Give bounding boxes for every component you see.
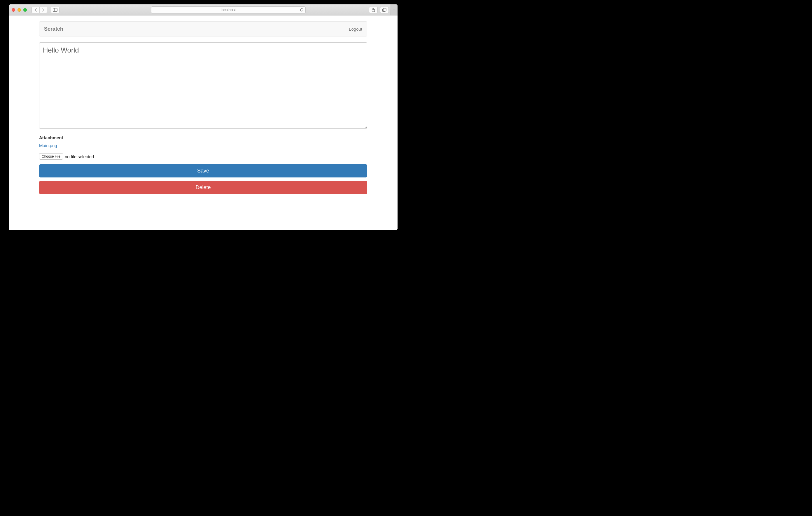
logout-link[interactable]: Logout bbox=[349, 27, 362, 31]
content-textarea[interactable] bbox=[39, 42, 367, 129]
page-viewport: Scratch Logout Attachment Main.png Choos… bbox=[9, 16, 398, 230]
navbar-brand[interactable]: Scratch bbox=[44, 26, 63, 32]
file-input-row: Choose File no file selected bbox=[39, 153, 367, 160]
delete-button[interactable]: Delete bbox=[39, 181, 367, 194]
tabs-button[interactable] bbox=[380, 7, 389, 13]
address-bar[interactable]: localhost bbox=[151, 6, 306, 13]
new-tab-button[interactable]: + bbox=[390, 4, 398, 16]
browser-titlebar: localhost + bbox=[9, 4, 398, 16]
sidebar-toggle-button[interactable] bbox=[51, 7, 59, 13]
nav-back-button[interactable] bbox=[32, 7, 39, 13]
svg-rect-0 bbox=[53, 8, 57, 11]
svg-rect-5 bbox=[383, 8, 386, 11]
app-navbar: Scratch Logout bbox=[39, 21, 367, 36]
nav-back-forward-group bbox=[31, 7, 47, 13]
reload-icon[interactable] bbox=[300, 8, 303, 12]
browser-window: localhost + Scratch Logout Attachment bbox=[9, 4, 398, 230]
share-button[interactable] bbox=[369, 7, 378, 13]
page-container: Scratch Logout Attachment Main.png Choos… bbox=[39, 16, 367, 194]
window-maximize-button[interactable] bbox=[23, 8, 27, 12]
choose-file-button[interactable]: Choose File bbox=[39, 153, 63, 160]
nav-forward-button[interactable] bbox=[39, 7, 47, 13]
window-close-button[interactable] bbox=[12, 8, 15, 12]
attachment-link[interactable]: Main.png bbox=[39, 143, 57, 148]
save-button[interactable]: Save bbox=[39, 164, 367, 178]
window-controls bbox=[12, 8, 27, 12]
file-status-text: no file selected bbox=[65, 154, 94, 159]
address-bar-text: localhost bbox=[221, 7, 236, 12]
window-minimize-button[interactable] bbox=[18, 8, 21, 12]
toolbar-right-group bbox=[369, 7, 389, 13]
attachment-label: Attachment bbox=[39, 135, 367, 140]
